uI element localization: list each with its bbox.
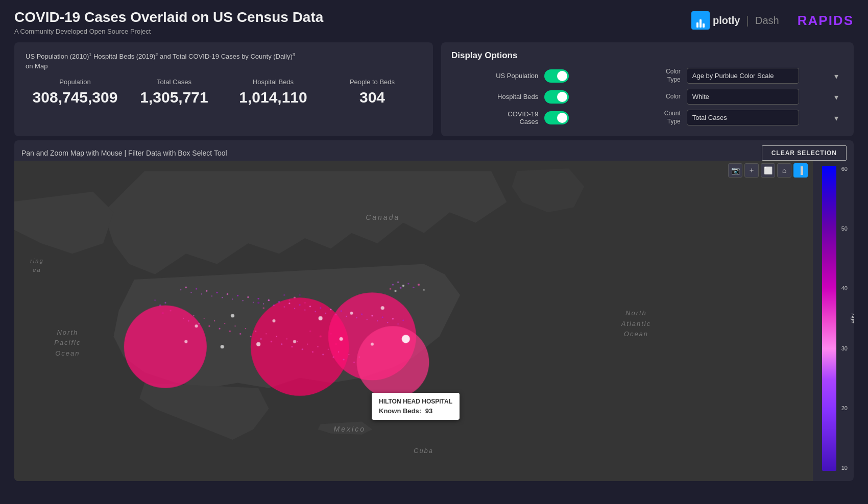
page-title: COVID-19 Cases Overlaid on US Census Dat… [14,9,323,26]
svg-point-4 [407,283,409,285]
covid-cases-toggle[interactable] [544,111,569,124]
stats-grid: Population 308,745,309 Total Cases 1,305… [26,78,422,106]
svg-point-116 [231,314,234,317]
page-header: COVID-19 Cases Overlaid on US Census Dat… [0,0,868,38]
stat-population-label: Population [26,78,125,86]
svg-point-122 [221,345,224,348]
geo-label-north-atlantic: NorthAtlanticOcean [621,308,652,340]
svg-point-49 [247,296,249,298]
svg-point-50 [253,302,254,303]
svg-point-48 [243,300,244,301]
svg-point-100 [286,338,287,339]
svg-point-40 [201,293,202,294]
population-color-type-dropdown[interactable]: Age by Purblue Color Scale Population De… [687,68,799,84]
svg-point-34 [357,326,429,398]
svg-point-95 [260,338,262,340]
stat-total-cases: Total Cases 1,305,771 [125,78,224,106]
svg-point-110 [338,351,339,352]
svg-point-123 [256,342,260,346]
map-section: Pan and Zoom Map with Mouse | Filter Dat… [14,140,854,481]
svg-point-54 [274,305,275,306]
svg-point-70 [356,317,357,318]
svg-point-7 [400,287,401,289]
svg-point-71 [361,313,363,315]
svg-point-121 [184,340,187,343]
header-logos: plotly | Dash RAPIDS [691,11,854,30]
svg-point-91 [239,333,241,335]
map-tools: 📷 ＋ ⬜ ⌂ ▐ [728,163,808,178]
svg-point-63 [320,307,321,309]
svg-point-83 [198,323,200,324]
svg-point-6 [395,290,397,292]
svg-point-2 [397,282,399,283]
population-color-type-wrapper: Age by Purblue Color Scale Population De… [687,68,843,84]
legend-label-50: 50 [841,225,848,232]
svg-point-60 [304,310,305,311]
box-select-tool-btn[interactable]: ⬜ [761,163,775,178]
stat-population: Population 308,745,309 [26,78,125,106]
stat-total-cases-value: 1,305,771 [125,89,224,106]
svg-point-88 [224,323,225,324]
stat-hospital-beds-label: Hospital Beds [224,78,323,86]
hospital-beds-color-dropdown[interactable]: White Red Blue Green [687,89,799,105]
home-tool-btn[interactable]: ⌂ [777,163,791,178]
pipe-divider: | [746,14,749,27]
legend-label-30: 30 [841,345,848,351]
svg-point-26 [154,299,156,301]
camera-tool-btn[interactable]: 📷 [728,163,742,178]
svg-point-19 [263,307,264,309]
covid-count-type-dropdown[interactable]: Total Cases New Cases Deaths [687,110,799,125]
svg-point-85 [208,325,210,327]
svg-point-68 [346,316,347,317]
header-left: COVID-19 Cases Overlaid on US Census Dat… [14,9,323,35]
svg-point-42 [211,295,212,296]
svg-point-115 [195,324,198,327]
stats-panel-title: US Population (2010)1 Hospital Beds (201… [26,52,422,71]
covid-cases-label: COVID-19Cases [451,110,538,125]
geo-label-cuba: Cuba [414,446,433,457]
svg-point-87 [219,328,221,330]
svg-point-124 [293,340,296,343]
svg-point-92 [245,328,246,329]
svg-point-31 [124,306,207,388]
svg-point-43 [216,292,218,293]
stats-panel: US Population (2010)1 Hospital Beds (201… [14,42,433,136]
svg-point-77 [392,318,394,319]
hospital-beds-toggle[interactable] [544,90,569,104]
tooltip-beds-value: 93 [425,407,432,415]
svg-point-96 [266,333,267,334]
svg-point-101 [291,346,293,347]
svg-point-102 [297,341,298,342]
svg-point-5 [390,288,391,290]
svg-point-51 [258,298,259,299]
svg-point-112 [348,354,349,355]
svg-point-58 [294,308,295,309]
dash-text: Dash [755,15,779,27]
us-population-toggle[interactable] [544,69,569,83]
svg-point-72 [367,319,368,320]
svg-point-55 [278,301,280,303]
top-panels: US Population (2010)1 Hospital Beds (201… [0,38,868,140]
svg-point-38 [190,292,191,293]
clear-selection-button[interactable]: CLEAR SELECTION [762,145,847,161]
svg-point-113 [353,362,355,363]
svg-point-62 [315,311,316,312]
svg-point-59 [299,304,301,306]
plotly-icon [691,11,710,30]
svg-point-1 [392,284,394,286]
plotly-logo: plotly [691,11,740,30]
hospital-beds-label: Hospital Beds [451,93,538,100]
zoom-in-tool-btn[interactable]: ＋ [744,163,759,178]
legend-color-bar [822,166,836,471]
tooltip-value: Known Beds: 93 [379,407,452,415]
bar-chart-tool-btn[interactable]: ▐ [793,163,808,178]
svg-point-73 [371,315,373,316]
map-background[interactable]: ringea NorthPacificOcean Canada NorthAtl… [14,161,813,481]
svg-point-11 [283,294,285,296]
color-legend: 60 50 40 30 20 10 Age [822,166,848,471]
legend-label-20: 20 [841,405,848,411]
svg-point-89 [229,331,231,332]
svg-point-52 [263,304,264,305]
svg-point-36 [180,289,181,290]
map-tooltip: HILTON HEAD HOSPITAL Known Beds: 93 [372,393,460,420]
